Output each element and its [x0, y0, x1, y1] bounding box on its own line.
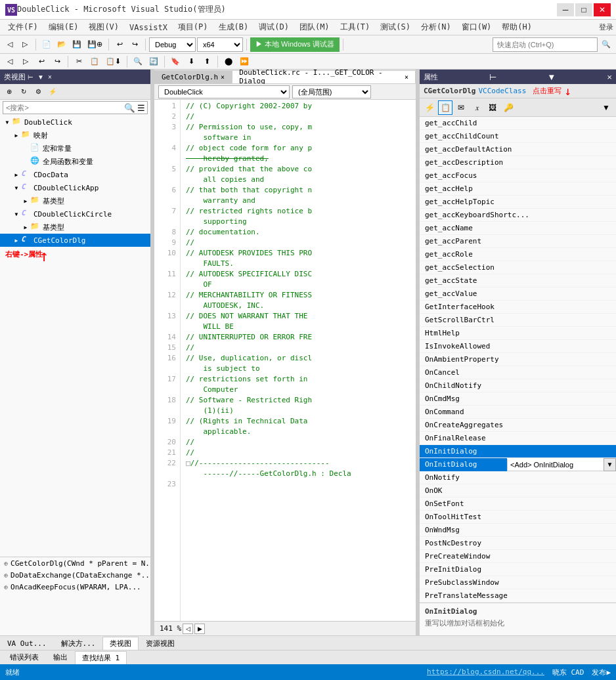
method-on-final-release[interactable]: OnFinalRelease — [420, 432, 616, 445]
prop-tb-dropdown-arrow[interactable]: ▼ — [599, 100, 613, 115]
tb2-copy[interactable]: 📋 — [87, 54, 102, 69]
classview-pin-button[interactable]: ⊢ — [26, 74, 35, 81]
menu-team[interactable]: 团队(M) — [294, 20, 335, 34]
method-on-ok[interactable]: OnOK — [420, 484, 616, 498]
code-editor-area[interactable]: 1 2 3 4 5 6 7 8 9 10 11 — [154, 100, 416, 621]
method-on-notify[interactable]: OnNotify — [420, 471, 616, 484]
menu-vassistx[interactable]: VAssistX — [124, 22, 173, 33]
tb2-btn1[interactable]: ◁ — [3, 54, 17, 69]
tb2-cut[interactable]: ✂ — [72, 54, 86, 69]
tree-item-doubleclick[interactable]: ▼ 📁 DoubleClick — [0, 116, 150, 129]
cv-refresh-button[interactable]: ↻ — [17, 86, 30, 98]
new-button[interactable]: 📄 — [39, 37, 54, 52]
cv-settings-button[interactable]: ⚙ — [32, 86, 45, 98]
zoom-increase-button[interactable]: ▶ — [194, 624, 205, 634]
member-item-dodataexchange[interactable]: ⊕ DoDataExchange(CDataExchange *... — [0, 569, 150, 581]
tb2-undo[interactable]: ↩ — [34, 54, 49, 69]
menu-view[interactable]: 视图(V) — [83, 20, 124, 34]
method-pre-translate-message[interactable]: PreTranslateMessage — [420, 589, 616, 603]
tab-getcolordlg-h[interactable]: GetColorDlg.h × — [154, 70, 232, 83]
method-get-acc-child-count[interactable]: get_accChildCount — [420, 130, 616, 143]
cv-filter-button[interactable]: ⚡ — [46, 86, 59, 98]
debug-config-dropdown[interactable]: Debug Release — [149, 37, 196, 52]
close-button[interactable]: ✕ — [594, 3, 611, 16]
menu-file[interactable]: 文件(F) — [3, 20, 43, 34]
method-on-ambient-property[interactable]: OnAmbientProperty — [420, 353, 616, 366]
menu-project[interactable]: 项目(P) — [173, 20, 213, 34]
tree-item-cdoubleclickapp[interactable]: ▼ C CDoubleClickApp — [0, 181, 150, 194]
method-on-command[interactable]: OnCommand — [420, 406, 616, 419]
prop-tb-vars[interactable]: 𝑥 — [470, 100, 484, 115]
method-on-cancel[interactable]: OnCancel — [420, 366, 616, 379]
tree-item-cgetcolordlg[interactable]: ▶ C CGetColorDlg — [0, 234, 150, 247]
tb2-nextbp[interactable]: ⏩ — [237, 54, 252, 69]
tree-item-globals[interactable]: 🌐 全局函数和变量 — [0, 155, 150, 168]
method-html-help[interactable]: HtmlHelp — [420, 327, 616, 340]
cv-add-button[interactable]: ⊕ — [3, 86, 16, 98]
method-pre-subclass-window[interactable]: PreSubclassWindow — [420, 576, 616, 589]
method-on-child-notify[interactable]: OnChildNotify — [420, 379, 616, 393]
quick-search-input[interactable] — [493, 37, 598, 52]
file-dropdown[interactable]: DoubleClick — [158, 85, 290, 98]
method-pre-init-dialog[interactable]: PreInitDialog — [420, 563, 616, 576]
classview-menu-button[interactable]: ▼ — [35, 74, 46, 81]
bottom-tab-solution[interactable]: 解决方... — [54, 637, 103, 650]
method-get-acc-state[interactable]: get_accState — [420, 274, 616, 287]
save-all-button[interactable]: 💾⊕ — [85, 37, 105, 52]
platform-dropdown[interactable]: x64 x86 — [197, 37, 243, 52]
tree-item-basetype2[interactable]: ▶ 📁 基类型 — [0, 221, 150, 234]
classview-search-submit[interactable]: 🔍 — [123, 102, 135, 114]
menu-edit[interactable]: 编辑(E) — [43, 20, 84, 34]
classview-search-input[interactable] — [3, 104, 123, 112]
prop-tb-image[interactable]: 🖼 — [485, 100, 500, 115]
tab-close-doubleclick[interactable]: × — [405, 74, 408, 81]
method-dropdown-button[interactable]: ▼ — [604, 458, 616, 471]
tb2-nextbm[interactable]: ⬇ — [184, 54, 198, 69]
tree-item-basetype1[interactable]: ▶ 📁 基类型 — [0, 194, 150, 207]
prop-tb-events[interactable]: ⚡ — [422, 100, 437, 115]
classview-close-button[interactable]: × — [46, 74, 54, 81]
method-is-invoke-allowed[interactable]: IsInvokeAllowed — [420, 340, 616, 353]
expand-doubleclick[interactable]: ▼ — [3, 119, 12, 125]
properties-close-button[interactable]: × — [607, 72, 612, 82]
prop-tb-messages[interactable]: ✉ — [454, 100, 468, 115]
maximize-button[interactable]: □ — [575, 3, 592, 16]
properties-menu-button[interactable]: ▼ — [547, 72, 556, 82]
method-on-set-font[interactable]: OnSetFont — [420, 498, 616, 511]
method-get-acc-help-topic[interactable]: get_accHelpTopic — [420, 196, 616, 209]
status-action[interactable]: 发布▶ — [592, 668, 611, 677]
method-get-acc-parent[interactable]: get_accParent — [420, 235, 616, 248]
member-item-onacad[interactable]: ⊕ OnAcadKeepFocus(WPARAM, LPA... — [0, 581, 150, 593]
method-get-acc-value[interactable]: get_accValue — [420, 287, 616, 301]
menu-build[interactable]: 生成(B) — [213, 20, 254, 34]
search-button[interactable]: 🔍 — [599, 37, 613, 52]
menu-test[interactable]: 测试(S) — [375, 20, 416, 34]
output-tab-errors[interactable]: 错误列表 — [3, 651, 46, 664]
method-pre-create-window[interactable]: PreCreateWindow — [420, 550, 616, 563]
output-tab-output[interactable]: 输出 — [46, 651, 75, 664]
prop-tb-overrides[interactable]: 📋 — [438, 100, 452, 115]
classview-search-options[interactable]: ☰ — [135, 102, 147, 114]
tree-item-macros[interactable]: 📄 宏和常量 — [0, 142, 150, 155]
tree-item-mapping[interactable]: ▶ 📁 映射 — [0, 129, 150, 142]
method-post-nc-destroy[interactable]: PostNcDestroy — [420, 537, 616, 550]
method-get-acc-name[interactable]: get_accName — [420, 222, 616, 235]
tb2-redo[interactable]: ↪ — [50, 54, 64, 69]
code-text-area[interactable]: // (C) Copyright 2002-2007 by // // Perm… — [181, 100, 416, 621]
method-value-input[interactable] — [507, 459, 604, 471]
tb2-btn2[interactable]: ▷ — [18, 54, 33, 69]
properties-pin-button[interactable]: ⊢ — [489, 72, 496, 82]
redo-button[interactable]: ↪ — [127, 37, 142, 52]
menu-debug[interactable]: 调试(D) — [253, 20, 294, 34]
scope-dropdown[interactable]: (全局范围) — [292, 85, 371, 98]
back-button[interactable]: ◁ — [3, 37, 17, 52]
method-get-acc-child[interactable]: get_accChild — [420, 117, 616, 130]
tb2-find[interactable]: 🔍 — [131, 54, 145, 69]
prop-tb-sort[interactable]: 🔑 — [501, 100, 516, 115]
menu-analyze[interactable]: 分析(N) — [416, 20, 456, 34]
status-link[interactable]: https://blog.csdn.net/qq... — [427, 668, 544, 677]
method-get-interface-hook[interactable]: GetInterfaceHook — [420, 301, 616, 314]
undo-button[interactable]: ↩ — [112, 37, 127, 52]
menu-help[interactable]: 帮助(H) — [496, 20, 537, 34]
save-button[interactable]: 💾 — [70, 37, 84, 52]
